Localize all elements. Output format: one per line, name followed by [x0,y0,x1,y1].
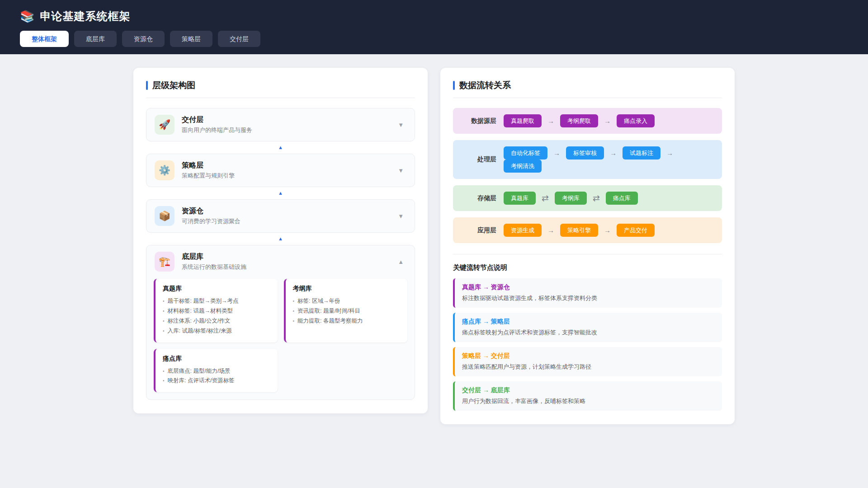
layer-header-交付层[interactable]: 🚀交付层面向用户的终端产品与服务▼ [146,108,415,141]
bullet-text: 底层痛点: 题型/能力/场景 [168,366,231,376]
layer-desc: 面向用户的终端产品与服务 [182,126,388,134]
chevron-down-icon: ▼ [395,213,406,220]
layer-meta: 底层库系统运行的数据基础设施 [182,252,388,271]
books-icon: 📚 [20,10,34,22]
bullet-text: 资讯提取: 题量/时间/科目 [297,306,360,316]
layer-desc: 系统运行的数据基础设施 [182,263,388,271]
flow-node-产品交付: 产品交付 [617,224,655,237]
flow-node-策略引擎: 策略引擎 [560,224,598,237]
sub-card-grid: 真题库•题干标签: 题型→类别→考点•材料标签: 话题→材料类型•标注体系: 小… [154,279,407,392]
bullet-item: •题干标签: 题型→类别→考点 [163,296,270,306]
right-arrow-icon: → [547,117,554,125]
flow-node-自动化标签: 自动化标签 [504,146,547,160]
bullet-text: 材料标签: 话题→材料类型 [168,306,233,316]
note-desc: 标注数据驱动试题资源生成，标签体系支撑资料分类 [462,294,715,302]
flow-node-真题爬取: 真题爬取 [504,114,542,127]
flow-node-考纲清洗: 考纲清洗 [504,160,542,173]
sub-card-title: 真题库 [163,285,270,293]
layer-name: 底层库 [182,252,388,262]
bullet-dot-icon: • [293,296,295,306]
note-desc: 推送策略匹配用户与资源，计划策略生成学习路径 [462,363,715,371]
layer-header-策略层[interactable]: ⚙️策略层策略配置与规则引擎▼ [146,154,415,187]
bullet-item: •能力提取: 各题型考察能力 [293,316,401,326]
flow-up-arrow-icon: ▲ [146,233,415,245]
right-arrow-icon: → [547,226,554,234]
layer-name: 交付层 [182,115,388,125]
bullet-text: 映射库: 点评话术/资源标签 [168,376,235,386]
layer-list: 🚀交付层面向用户的终端产品与服务▼▲⚙️策略层策略配置与规则引擎▼▲📦资源仓可消… [146,108,415,400]
bullet-dot-icon: • [163,376,165,386]
rocket-icon: 🚀 [155,115,175,135]
flow-row-label: 应用层 [458,226,496,235]
note-title: 真题库 → 资源仓 [462,283,715,291]
right-arrow-icon: → [610,149,617,157]
dataflow-panel-title: 数据流转关系 [453,80,722,98]
layer-header-资源仓[interactable]: 📦资源仓可消费的学习资源聚合▼ [146,200,415,232]
flow-node-试题标注: 试题标注 [623,146,660,160]
flow-node-资源生成: 资源生成 [504,224,542,237]
tab-交付层[interactable]: 交付层 [218,31,260,47]
bullet-item: •资讯提取: 题量/时间/科目 [293,306,401,316]
sub-card-痛点库: 痛点库•底层痛点: 题型/能力/场景•映射库: 点评话术/资源标签 [154,349,278,393]
swap-arrow-icon: ⇄ [593,193,600,203]
flow-nodes: 自动化标签→标签审核→试题标注→考纲清洗 [504,146,715,173]
sub-card-考纲库: 考纲库•标签: 区域→年份•资讯提取: 题量/时间/科目•能力提取: 各题型考察… [284,279,408,343]
bullet-text: 题干标签: 题型→类别→考点 [168,296,239,306]
gear-icon: ⚙️ [155,160,175,180]
layer-name: 资源仓 [182,206,388,216]
sub-card-bullets: •题干标签: 题型→类别→考点•材料标签: 话题→材料类型•标注体系: 小题/公… [163,296,270,336]
flow-node-标签审核: 标签审核 [566,146,604,160]
flow-row-label: 处理层 [458,155,496,164]
right-arrow-icon: → [553,149,560,157]
layer-card-策略层: ⚙️策略层策略配置与规则引擎▼ [146,154,415,187]
flow-row-应用层: 应用层资源生成→策略引擎→产品交付 [453,217,722,243]
bullet-item: •底层痛点: 题型/能力/场景 [163,366,270,376]
flow-node-考纲库: 考纲库 [555,192,587,205]
sub-card-title: 痛点库 [163,355,270,363]
bullet-text: 标注体系: 小题/公文/作文 [168,316,231,326]
dataflow-title-text: 数据流转关系 [459,80,511,91]
sub-card-title: 考纲库 [293,285,401,293]
crane-icon: 🏗️ [155,252,175,272]
bullet-dot-icon: • [163,366,165,376]
sub-card-bullets: •标签: 区域→年份•资讯提取: 题量/时间/科目•能力提取: 各题型考察能力 [293,296,401,326]
tab-策略层[interactable]: 策略层 [170,31,212,47]
main-content: 层级架构图 🚀交付层面向用户的终端产品与服务▼▲⚙️策略层策略配置与规则引擎▼▲… [133,68,735,451]
flow-nodes: 真题库⇄考纲库⇄痛点库 [504,192,638,205]
title-accent-bar [453,81,455,90]
flow-row-label: 存储层 [458,194,496,202]
flow-node-真题库: 真题库 [504,192,536,205]
notes-title: 关键流转节点说明 [453,263,722,272]
bullet-dot-icon: • [163,296,165,306]
flow-list: 数据源层真题爬取→考纲爬取→痛点录入处理层自动化标签→标签审核→试题标注→考纲清… [453,108,722,243]
flow-node-考纲爬取: 考纲爬取 [560,114,598,127]
hierarchy-panel-title: 层级架构图 [146,80,415,98]
flow-row-存储层: 存储层真题库⇄考纲库⇄痛点库 [453,185,722,211]
dataflow-panel: 数据流转关系 数据源层真题爬取→考纲爬取→痛点录入处理层自动化标签→标签审核→试… [440,68,735,424]
tab-整体框架[interactable]: 整体框架 [20,31,69,47]
tab-底层库[interactable]: 底层库 [74,31,117,47]
note-item: 策略层 → 交付层推送策略匹配用户与资源，计划策略生成学习路径 [453,347,722,376]
bullet-item: •映射库: 点评话术/资源标签 [163,376,270,386]
layer-desc: 可消费的学习资源聚合 [182,217,388,225]
layer-card-交付层: 🚀交付层面向用户的终端产品与服务▼ [146,108,415,141]
right-arrow-icon: → [666,149,673,157]
bullet-text: 能力提取: 各题型考察能力 [297,316,363,326]
divider [453,254,722,254]
tab-资源仓[interactable]: 资源仓 [122,31,165,47]
bullet-dot-icon: • [293,316,295,326]
hierarchy-panel: 层级架构图 🚀交付层面向用户的终端产品与服务▼▲⚙️策略层策略配置与规则引擎▼▲… [133,68,428,413]
layer-body-底层库: 真题库•题干标签: 题型→类别→考点•材料标签: 话题→材料类型•标注体系: 小… [146,278,415,399]
layer-header-底层库[interactable]: 🏗️底层库系统运行的数据基础设施▲ [146,245,415,278]
bullet-item: •材料标签: 话题→材料类型 [163,306,270,316]
note-desc: 用户行为数据回流，丰富画像，反哺标签和策略 [462,397,715,405]
note-title: 交付层 → 底层库 [462,386,715,394]
brand: 📚 申论基建系统框架 [20,9,848,23]
bullet-item: •入库: 试题/标签/标注/来源 [163,326,270,336]
bullet-dot-icon: • [163,326,165,336]
layer-name: 策略层 [182,161,388,170]
tab-bar: 整体框架底层库资源仓策略层交付层 [20,31,848,47]
app-header: 📚 申论基建系统框架 整体框架底层库资源仓策略层交付层 [0,0,868,54]
note-title: 痛点库 → 策略层 [462,318,715,326]
note-item: 真题库 → 资源仓标注数据驱动试题资源生成，标签体系支撑资料分类 [453,278,722,308]
